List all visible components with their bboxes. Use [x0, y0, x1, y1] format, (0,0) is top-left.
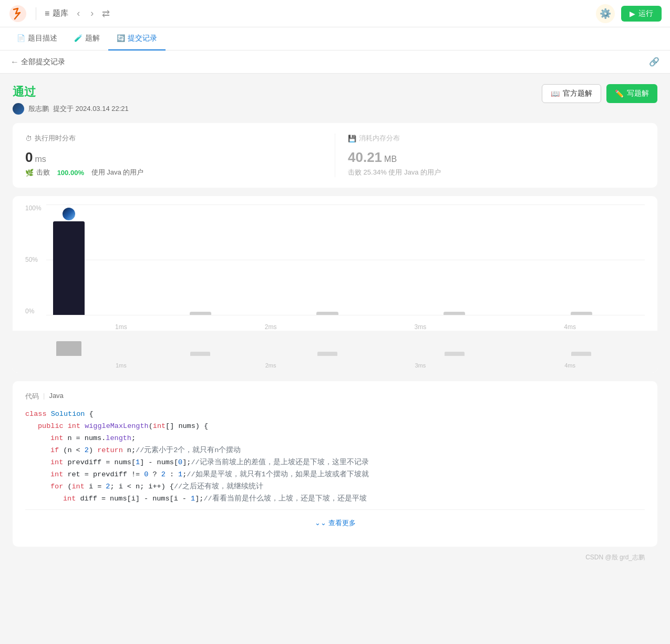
write-solution-button[interactable]: ✏️ 写题解 [606, 84, 657, 103]
time-beat-info: 🌿 击败 100.00% 使用 Java 的用户 [25, 168, 322, 177]
memory-icon: 💾 [348, 135, 356, 142]
submissions-icon: 🔄 [117, 34, 125, 42]
status-info: 通过 殷志鹏 提交于 2024.03.14 22:21 [13, 84, 129, 115]
problem-bank-nav[interactable]: ≡ 题库 [45, 8, 68, 18]
bar-2ms-fill [316, 312, 338, 315]
time-stats: ⏱ 执行用时分布 0ms 🌿 击败 100.00% 使用 Java 的用户 [25, 134, 335, 177]
tab-solution[interactable]: 🧪 题解 [66, 27, 108, 50]
bar-4ms [563, 205, 600, 315]
y-label-50: 50% [25, 256, 42, 263]
minimap-fill-4ms [571, 352, 591, 356]
author-avatar [13, 103, 24, 115]
minimap-bar-1ms [182, 337, 219, 356]
wave-icon: 🌿 [25, 169, 34, 177]
action-buttons: 📖 官方题解 ✏️ 写题解 [542, 84, 657, 103]
code-line-5: int prevdiff = nums[1] - nums[0];//记录当前坡… [25, 457, 645, 469]
tab-solution-label: 题解 [85, 34, 100, 43]
bar-2ms [309, 205, 345, 315]
memory-stats: 💾 消耗内存分布 40.21MB 击败 25.34% 使用 Java 的用户 [335, 134, 645, 177]
see-more-button[interactable]: ⌄⌄ 查看更多 [315, 518, 356, 528]
bar-user-avatar [61, 207, 76, 221]
x-label-1ms: 1ms [115, 323, 127, 331]
memory-section-title: 💾 消耗内存分布 [348, 134, 645, 143]
minimap-bar-2ms [309, 337, 345, 356]
run-button[interactable]: ▶ 运行 [621, 6, 662, 22]
back-label: 全部提交记录 [21, 57, 65, 67]
run-label: 运行 [638, 9, 653, 18]
book-icon: 📖 [551, 89, 560, 98]
code-label: 代码 [25, 392, 39, 401]
main-content: 通过 殷志鹏 提交于 2024.03.14 22:21 📖 官方题解 ✏️ 写题… [0, 74, 670, 644]
memory-beat-info: 击败 25.34% 使用 Java 的用户 [348, 168, 645, 177]
chart-inner: 100% 50% 0% [13, 196, 657, 331]
kw-class: class [25, 408, 47, 421]
minimap-fill-1ms [190, 352, 210, 356]
app-logo[interactable] [8, 4, 27, 23]
minimap-bar-3ms [436, 337, 472, 356]
code-language: Java [49, 392, 63, 401]
status-section: 通过 殷志鹏 提交于 2024.03.14 22:21 📖 官方题解 ✏️ 写题… [13, 84, 657, 115]
settings-button[interactable]: ⚙️ [596, 4, 615, 23]
page-footer: CSDN @殷 grd_志鹏 [13, 547, 657, 568]
code-line-4: if (n < 2) return n;//元素小于2个，就只有n个摆动 [25, 445, 645, 457]
bar-3ms-fill [444, 312, 465, 315]
see-more-section: ⌄⌄ 查看更多 [25, 509, 645, 536]
code-line-6: int ret = prevdiff != 0 ? 2 : 1;//如果是平坡，… [25, 469, 645, 481]
bar-1ms-fill [190, 312, 211, 315]
clock-icon: ⏱ [25, 135, 32, 142]
minimap-bar-0ms [46, 337, 91, 356]
chevron-down-icon: ⌄⌄ [315, 519, 326, 527]
nav-divider [36, 7, 36, 20]
x-label-4ms: 4ms [564, 323, 576, 331]
chart-bars [46, 205, 645, 315]
description-icon: 📄 [17, 34, 25, 42]
bar-0ms-inner [53, 221, 85, 315]
minimap-bar-4ms [563, 337, 600, 356]
submission-status: 通过 [13, 84, 129, 100]
tab-bar: 📄 题目描述 🧪 题解 🔄 提交记录 [0, 27, 670, 50]
y-label-100: 100% [25, 205, 42, 212]
bar-0ms [46, 205, 91, 315]
sub-navigation: ← 全部提交记录 🔗 [0, 50, 670, 74]
code-separator: | [43, 392, 45, 401]
top-navigation: ≡ 题库 ‹ › ⇄ ⚙️ ▶ 运行 [0, 0, 670, 27]
bar-3ms [436, 205, 472, 315]
minimap-x-3ms: 3ms [415, 362, 426, 369]
stats-card: ⏱ 执行用时分布 0ms 🌿 击败 100.00% 使用 Java 的用户 💾 … [13, 123, 657, 188]
tab-submissions[interactable]: 🔄 提交记录 [108, 27, 166, 50]
x-label-2ms: 2ms [265, 323, 277, 331]
bar-1ms [182, 205, 219, 315]
chart-y-labels: 100% 50% 0% [25, 205, 42, 315]
tab-description[interactable]: 📄 题目描述 [8, 27, 66, 50]
prev-problem-button[interactable]: ‹ [75, 6, 82, 21]
code-section: 代码 | Java class Solution { public int wi… [13, 381, 657, 547]
minimap-x-4ms: 4ms [564, 362, 575, 369]
y-label-0: 0% [25, 308, 42, 315]
solution-icon: 🧪 [74, 34, 83, 42]
bar-4ms-fill [571, 312, 592, 315]
share-link-icon[interactable]: 🔗 [649, 57, 659, 67]
tab-submissions-label: 提交记录 [128, 34, 157, 43]
official-solution-label: 官方题解 [563, 89, 592, 98]
minimap-fill-0ms [56, 341, 81, 356]
back-arrow-icon: ← [11, 57, 19, 67]
minimap-x-1ms: 1ms [116, 362, 127, 369]
code-line-2: public int wiggleMaxLength(int[] nums) { [25, 421, 645, 433]
time-section-title: ⏱ 执行用时分布 [25, 134, 322, 143]
author-name: 殷志鹏 [28, 104, 49, 114]
footer-text: CSDN @殷 grd_志鹏 [585, 554, 645, 561]
code-line-3: int n = nums.length; [25, 433, 645, 445]
code-meta: 代码 | Java [25, 392, 645, 401]
official-solution-button[interactable]: 📖 官方题解 [542, 84, 601, 103]
minimap-fill-2ms [317, 352, 337, 356]
back-to-submissions-button[interactable]: ← 全部提交记录 [11, 57, 65, 67]
minimap-fill-3ms [445, 352, 465, 356]
bar-avatar [61, 207, 76, 221]
shuffle-button[interactable]: ⇄ [102, 8, 110, 19]
next-problem-button[interactable]: › [88, 6, 96, 21]
minimap-x-2ms: 2ms [265, 362, 276, 369]
submission-meta: 殷志鹏 提交于 2024.03.14 22:21 [13, 103, 129, 115]
run-icon: ▶ [630, 9, 635, 18]
code-block: class Solution { public int wiggleMaxLen… [25, 408, 645, 505]
pencil-icon: ✏️ [615, 89, 624, 98]
